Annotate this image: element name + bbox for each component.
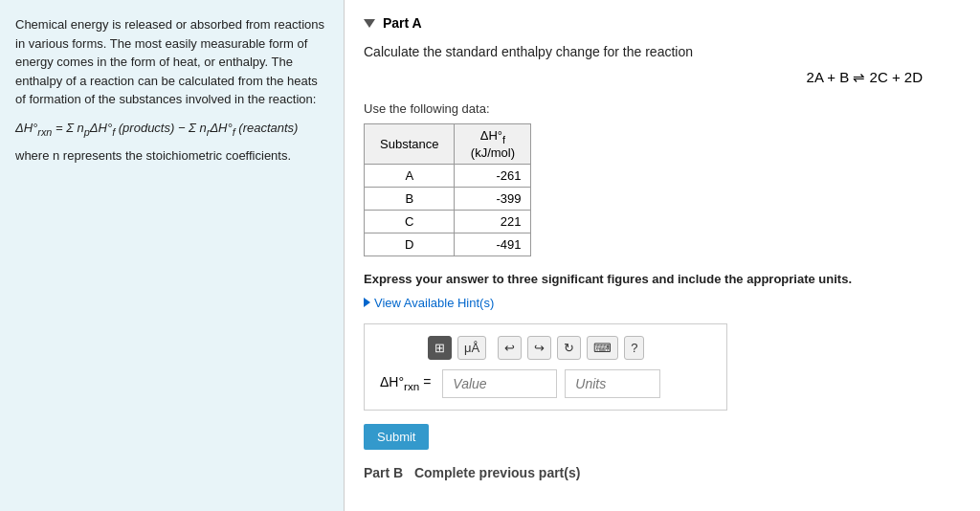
where-text: where n represents the stoichiometric co…: [15, 146, 328, 166]
part-b: Part B Complete previous part(s): [364, 465, 961, 480]
hint-link[interactable]: View Available Hint(s): [364, 296, 961, 310]
col-substance: Substance: [365, 124, 455, 165]
part-a-header: Part A: [364, 15, 961, 31]
enthalpy-a: -261: [455, 164, 531, 187]
part-b-text: Complete previous part(s): [414, 465, 580, 480]
answer-container: ⊞ μÅ ↩ ↪ ↻ ⌨ ? ΔH°rxn =: [364, 323, 727, 411]
sidebar-description: Chemical energy is released or absorbed …: [15, 15, 328, 109]
grid-button[interactable]: ⊞: [428, 336, 452, 360]
redo-button[interactable]: ↪: [527, 336, 551, 360]
substance-a: A: [365, 164, 455, 187]
part-a-label: Part A: [383, 15, 422, 31]
enthalpy-d: -491: [455, 233, 531, 256]
table-row: B -399: [365, 187, 531, 210]
hint-triangle-icon: [364, 298, 370, 307]
substance-c: C: [365, 210, 455, 233]
substance-b: B: [365, 187, 455, 210]
toolbar: ⊞ μÅ ↩ ↪ ↻ ⌨ ?: [380, 336, 711, 360]
units-input[interactable]: [565, 369, 660, 398]
table-row: C 221: [365, 210, 531, 233]
enthalpy-c: 221: [455, 210, 531, 233]
col-enthalpy: ΔH°f(kJ/mol): [455, 124, 531, 165]
table-row: A -261: [365, 164, 531, 187]
formula-display: ΔH°rxn = Σ npΔH°f (products) − Σ nrΔH°f …: [15, 119, 328, 140]
undo-button[interactable]: ↩: [498, 336, 522, 360]
sidebar: Chemical energy is released or absorbed …: [0, 0, 345, 511]
express-text: Express your answer to three significant…: [364, 272, 961, 286]
symbol-button[interactable]: μÅ: [457, 336, 486, 360]
table-row: D -491: [365, 233, 531, 256]
value-input[interactable]: [442, 369, 557, 398]
collapse-icon[interactable]: [364, 19, 375, 28]
keyboard-button[interactable]: ⌨: [587, 336, 618, 360]
submit-button[interactable]: Submit: [364, 424, 429, 450]
hint-label: View Available Hint(s): [374, 296, 494, 310]
use-data-label: Use the following data:: [364, 101, 961, 116]
help-button[interactable]: ?: [624, 336, 644, 360]
enthalpy-b: -399: [455, 187, 531, 210]
input-row: ΔH°rxn =: [380, 369, 711, 398]
main-content: Part A Calculate the standard enthalpy c…: [345, 0, 980, 511]
part-b-label: Part B: [364, 465, 403, 480]
data-table: Substance ΔH°f(kJ/mol) A -261 B -399 C 2…: [364, 123, 531, 256]
equation-display: 2A + B ⇌ 2C + 2D: [364, 69, 961, 86]
substance-d: D: [365, 233, 455, 256]
refresh-button[interactable]: ↻: [557, 336, 581, 360]
delta-label: ΔH°rxn =: [380, 374, 431, 392]
question-text: Calculate the standard enthalpy change f…: [364, 44, 961, 59]
